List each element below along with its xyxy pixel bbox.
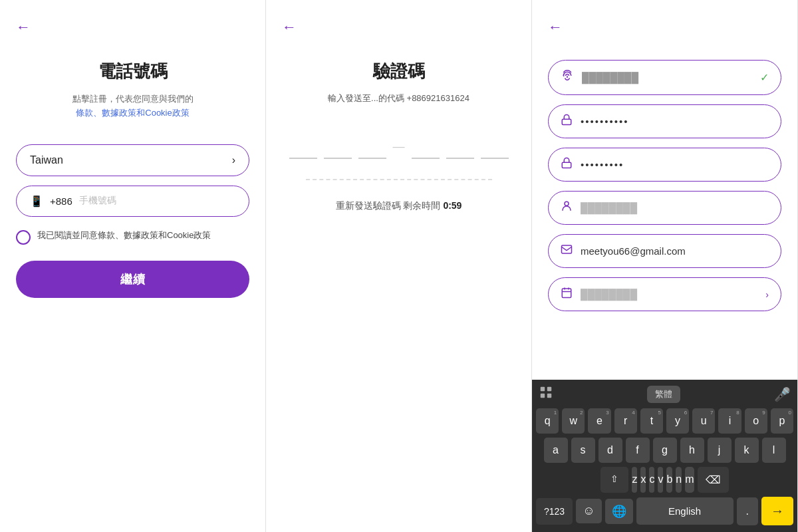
fingerprint-icon (561, 69, 574, 86)
verification-desc: 輸入發送至...的代碼 +886921631624 (328, 92, 469, 104)
key-t[interactable]: 5t (640, 408, 663, 434)
key-w[interactable]: 2w (562, 408, 585, 434)
keyboard-bottom-row: ?123 ☺ 🌐 English . → (536, 497, 793, 525)
key-k[interactable]: k (735, 438, 759, 463)
space-key[interactable]: English (636, 497, 733, 525)
otp-box-3[interactable] (358, 124, 386, 159)
key-h[interactable]: h (680, 438, 704, 463)
email-field[interactable]: meetyou66@gmail.com (548, 234, 781, 268)
calendar-icon (561, 287, 573, 302)
key-g[interactable]: g (653, 438, 677, 463)
key-z[interactable]: z (632, 467, 637, 493)
key-e[interactable]: 3e (588, 408, 610, 434)
svg-point-2 (565, 201, 569, 205)
key-f[interactable]: f (626, 438, 650, 463)
svg-rect-3 (562, 245, 572, 253)
country-selector[interactable]: Taiwan › (16, 144, 249, 176)
otp-box-4[interactable] (412, 124, 440, 159)
username-value: ████████ (582, 72, 752, 83)
svg-rect-6 (547, 387, 551, 391)
date-chevron-icon: › (765, 289, 769, 300)
backspace-key[interactable]: ⌫ (698, 467, 729, 493)
key-j[interactable]: j (708, 438, 732, 463)
keyboard-grid-icon[interactable] (539, 385, 553, 403)
period-key[interactable]: . (737, 497, 758, 525)
password-field[interactable]: •••••••••• (548, 104, 781, 138)
verification-title: 驗證碼 (373, 60, 425, 83)
phone-input-field[interactable]: 📱 +886 手機號碼 (16, 186, 249, 217)
resend-label[interactable]: 重新發送驗證碼 剩余時間 (336, 200, 441, 211)
otp-input-area[interactable]: — (289, 124, 509, 159)
date-field[interactable]: ████████ › (548, 277, 781, 311)
phone-country-code: +886 (50, 196, 72, 207)
key-q[interactable]: 1q (536, 408, 559, 434)
keyboard-top-row: 繁體 🎤 (536, 385, 793, 403)
phone-panel-title: 電話號碼 (98, 60, 168, 83)
phone-number-placeholder: 手機號碼 (79, 195, 116, 207)
key-s[interactable]: s (571, 438, 595, 463)
globe-key[interactable]: 🌐 (605, 499, 633, 524)
back-button-panel2[interactable]: ← (282, 19, 297, 36)
desc-text: 點擊註冊，代表您同意與我們的 (72, 94, 194, 104)
key-r[interactable]: 4r (614, 408, 637, 434)
keyboard-mic-icon[interactable]: 🎤 (774, 386, 791, 402)
phone-number-panel: ← 電話號碼 點擊註冊，代表您同意與我們的 條款、數據政策和Cookie政策 T… (0, 0, 266, 532)
key-b[interactable]: b (666, 467, 672, 493)
svg-rect-8 (547, 394, 551, 398)
email-icon (561, 243, 573, 259)
key-n[interactable]: n (676, 467, 682, 493)
person-icon (561, 200, 573, 215)
key-y[interactable]: 6y (666, 408, 689, 434)
name-value: ████████ (581, 202, 769, 213)
svg-rect-4 (562, 289, 571, 298)
key-c[interactable]: c (649, 467, 654, 493)
back-button-panel1[interactable]: ← (16, 19, 31, 36)
key-p[interactable]: 0p (771, 408, 793, 434)
key-x[interactable]: x (640, 467, 646, 493)
registration-panel: ← ████████ ✓ (532, 0, 798, 532)
registration-form: ████████ ✓ •••••••••• ••••••••• (548, 60, 781, 311)
country-label: Taiwan (30, 154, 63, 166)
key-u[interactable]: 7u (692, 408, 715, 434)
key-l[interactable]: l (762, 438, 786, 463)
key-m[interactable]: m (685, 467, 694, 493)
otp-box-2[interactable] (324, 124, 352, 159)
key-d[interactable]: d (598, 438, 622, 463)
otp-separator: — (393, 124, 405, 159)
emoji-key[interactable]: ☺ (576, 499, 601, 523)
key-i[interactable]: 8i (718, 408, 741, 434)
return-key[interactable]: → (761, 497, 793, 525)
continue-button[interactable]: 繼續 (16, 261, 249, 298)
phone-panel-desc: 點擊註冊，代表您同意與我們的 條款、數據政策和Cookie政策 (72, 92, 194, 120)
otp-box-6[interactable] (481, 124, 509, 159)
num-key[interactable]: ?123 (536, 498, 573, 525)
confirm-password-field[interactable]: ••••••••• (548, 148, 781, 182)
svg-rect-0 (562, 119, 571, 124)
lock-icon-2 (561, 157, 573, 172)
key-o[interactable]: 9o (745, 408, 767, 434)
username-field[interactable]: ████████ ✓ (548, 60, 781, 95)
resend-row: 重新發送驗證碼 剩余時間 0:59 (336, 200, 462, 212)
name-field[interactable]: ████████ (548, 191, 781, 225)
confirm-password-value: ••••••••• (581, 159, 769, 170)
terms-checkbox[interactable] (16, 230, 31, 245)
back-button-panel3[interactable]: ← (548, 19, 563, 36)
terms-link[interactable]: 條款、數據政策和Cookie政策 (76, 108, 189, 118)
date-value: ████████ (581, 289, 757, 300)
email-value: meetyou66@gmail.com (581, 245, 769, 257)
svg-rect-7 (541, 394, 545, 398)
password-value: •••••••••• (581, 116, 769, 127)
key-v[interactable]: v (658, 467, 663, 493)
key-a[interactable]: a (544, 438, 568, 463)
shift-key[interactable]: ⇧ (600, 467, 628, 493)
check-icon: ✓ (760, 71, 769, 84)
keyboard-lang-display: 繁體 (647, 386, 680, 403)
virtual-keyboard: 繁體 🎤 1q2w3e4r5t6y7u8i9o0p asdfghjkl ⇧ zx… (532, 380, 797, 532)
keyboard-row-3: ⇧ zxcvbnm ⌫ (536, 467, 793, 493)
terms-checkbox-row: 我已閱讀並同意條款、數據政策和Cookie政策 (16, 229, 249, 245)
keyboard-row-1: 1q2w3e4r5t6y7u8i9o0p (536, 408, 793, 434)
otp-box-5[interactable] (446, 124, 474, 159)
terms-checkbox-label: 我已閱讀並同意條款、數據政策和Cookie政策 (37, 229, 211, 242)
verification-panel: ← 驗證碼 輸入發送至...的代碼 +886921631624 — 重新發送驗證… (266, 0, 532, 532)
otp-box-1[interactable] (289, 124, 317, 159)
